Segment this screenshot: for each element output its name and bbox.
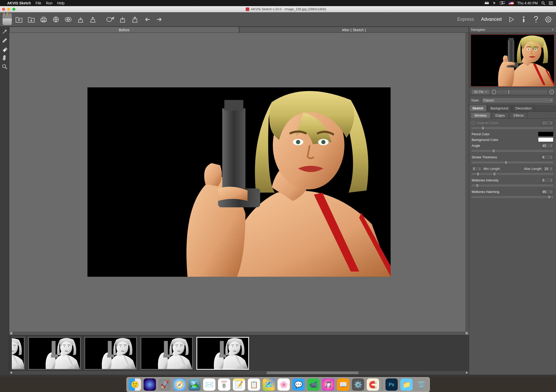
thumbnail-scrollbar[interactable]: ◀▶ — [9, 371, 469, 375]
menubar-printer-icon[interactable] — [484, 1, 489, 5]
max-length-value[interactable]: 10▲▼ — [543, 166, 553, 171]
export-preset-button[interactable] — [88, 14, 98, 25]
angle-value[interactable]: 45▲▼ — [541, 143, 553, 148]
chevron-down-icon[interactable]: ▼ — [551, 28, 554, 31]
navigator-header[interactable]: Navigator ▼ — [469, 27, 556, 33]
window-traffic-lights[interactable] — [2, 8, 15, 11]
menu-file[interactable]: File — [36, 1, 42, 5]
canvas-horizontal-scrollbar[interactable]: ◀▶ — [9, 332, 469, 335]
preset-thumbnail[interactable] — [12, 337, 25, 370]
stroke-thickness-value[interactable]: 8▲▼ — [541, 154, 553, 160]
background-color-swatch[interactable] — [538, 137, 553, 142]
preset-thumbnail[interactable] — [141, 337, 193, 370]
close-window-button[interactable] — [2, 8, 5, 11]
navigator-preview[interactable] — [469, 33, 556, 88]
tab-sketch[interactable]: Sketch — [469, 105, 487, 111]
redo-button[interactable] — [154, 14, 165, 25]
svg-point-21 — [542, 2, 544, 4]
zoom-out-button[interactable]: − — [492, 90, 496, 94]
zoom-value[interactable]: 32.7%▼ — [471, 89, 490, 95]
zoom-in-button[interactable]: + — [549, 90, 554, 94]
menubar-displays-icon[interactable] — [500, 1, 505, 5]
midtones-hatching-value[interactable]: 95▲▼ — [541, 189, 553, 194]
zoom-slider[interactable] — [498, 90, 548, 94]
tab-decoration[interactable]: Decoration — [512, 105, 535, 111]
svg-point-43 — [3, 65, 6, 68]
menubar-cursor-icon[interactable] — [493, 1, 496, 5]
mode-express[interactable]: Express — [455, 15, 476, 24]
brush-tool-icon[interactable] — [1, 37, 8, 44]
main-tabs: Sketch Background Decoration — [469, 105, 556, 112]
midtones-hatching-slider[interactable] — [472, 196, 553, 198]
batch-button[interactable] — [63, 14, 73, 25]
share-button[interactable] — [51, 14, 61, 25]
tab-strokes[interactable]: Strokes — [471, 112, 491, 118]
tab-edges[interactable]: Edges — [492, 112, 509, 118]
svg-point-26 — [549, 2, 550, 2]
original-colors-slider[interactable] — [472, 127, 553, 129]
tab-background[interactable]: Background — [487, 105, 512, 111]
window-titlebar: AKVIS Sketch v.20.0 - Image_156.jpg (288… — [0, 6, 556, 12]
svg-point-40 — [535, 22, 537, 23]
stroke-thickness-slider[interactable] — [472, 161, 553, 163]
vertical-scrollbar[interactable] — [466, 33, 468, 36]
menubar-app-name[interactable]: AKVIS Sketch — [7, 1, 31, 5]
pencil-color-label: Pencil Color — [472, 132, 536, 136]
original-colors-checkbox[interactable] — [472, 121, 475, 125]
eraser-tool-icon[interactable] — [1, 46, 8, 53]
svg-point-42 — [547, 18, 549, 20]
midtones-intensity-value[interactable]: 5▲▼ — [541, 178, 553, 183]
preset-thumbnail-selected[interactable] — [196, 337, 249, 370]
zoom-tool-icon[interactable] — [1, 63, 8, 70]
view-tab-before[interactable]: Before — [9, 27, 239, 33]
preset-thumbnail[interactable] — [28, 337, 81, 370]
tab-effects[interactable]: Effects — [510, 112, 528, 118]
run-button[interactable] — [506, 14, 517, 25]
original-colors-value[interactable]: 13▲▼ — [541, 120, 553, 126]
menu-help[interactable]: Help — [57, 1, 65, 5]
menubar-menu-icon[interactable] — [549, 2, 553, 5]
info-button[interactable] — [519, 14, 529, 25]
stroke-thickness-label: Stroke Thickness — [472, 155, 539, 159]
open-file-button[interactable] — [14, 14, 24, 25]
mode-advanced[interactable]: Advanced — [479, 15, 504, 24]
brushes-logo-icon — [3, 14, 12, 25]
main-image — [87, 87, 391, 277]
angle-slider[interactable] — [472, 150, 553, 152]
midtones-intensity-slider[interactable] — [472, 184, 553, 187]
svg-point-27 — [549, 3, 550, 4]
preset-thumbnail[interactable] — [84, 337, 137, 370]
presets-button[interactable] — [105, 14, 115, 25]
settings-button[interactable] — [543, 14, 553, 25]
svg-line-44 — [5, 67, 7, 69]
pencil-color-swatch[interactable] — [538, 132, 553, 136]
svg-point-28 — [549, 4, 550, 5]
navigator-title: Navigator — [471, 28, 485, 32]
help-button[interactable] — [531, 14, 541, 25]
menubar-flag-icon[interactable] — [509, 2, 514, 5]
canvas-viewport[interactable] — [9, 33, 469, 332]
zoom-window-button[interactable] — [12, 8, 15, 11]
svg-rect-39 — [523, 19, 524, 22]
hand-tool-icon[interactable] — [1, 54, 8, 61]
angle-label: Angle — [472, 144, 539, 148]
style-select[interactable]: Classic▼ — [482, 97, 554, 103]
export-button[interactable] — [130, 14, 140, 25]
background-color-label: Background Color — [472, 138, 536, 142]
import-preset-button[interactable] — [75, 14, 86, 25]
undo-button[interactable] — [142, 14, 152, 25]
print-button[interactable] — [38, 14, 49, 25]
view-tab-after[interactable]: After ( Sketch ) — [239, 27, 469, 33]
save-file-button[interactable] — [26, 14, 36, 25]
right-panel: Navigator ▼ 32.7%▼ − + Style: Classic▼ S… — [469, 27, 556, 375]
menubar-clock[interactable]: Thu 4:40 PM — [517, 1, 538, 5]
import-button[interactable] — [117, 14, 128, 25]
window-title: AKVIS Sketch v.20.0 - Image_156.jpg (288… — [251, 7, 326, 11]
menu-run[interactable]: Run — [46, 1, 53, 5]
magic-tool-icon[interactable] — [1, 28, 8, 35]
app-icon — [246, 7, 249, 11]
min-length-value[interactable]: 3▲▼ — [472, 166, 482, 171]
length-range-slider[interactable] — [472, 173, 553, 175]
minimize-window-button[interactable] — [7, 8, 10, 11]
menubar-search-icon[interactable] — [541, 1, 545, 5]
